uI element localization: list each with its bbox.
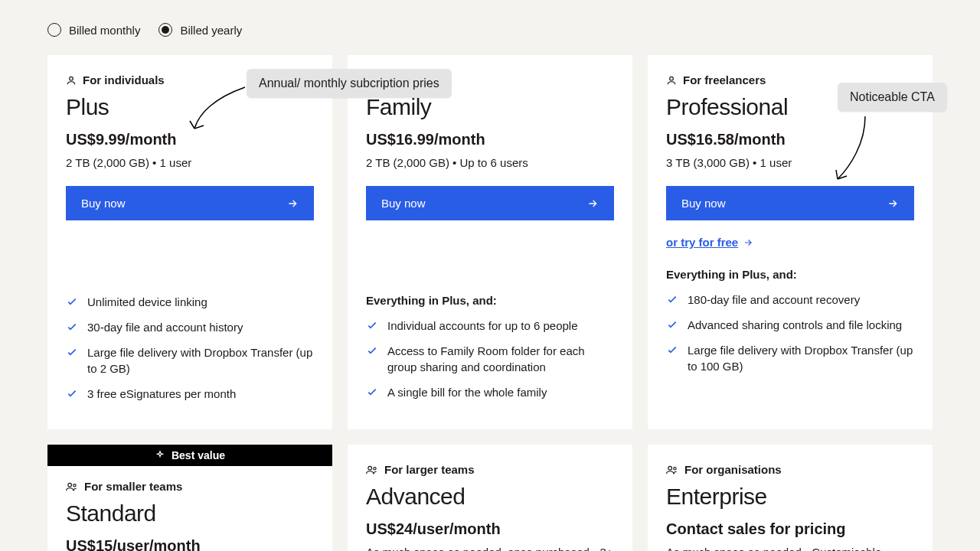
check-icon <box>666 318 678 331</box>
plan-price: US$16.99/month <box>366 131 614 148</box>
best-value-banner: Best value <box>47 445 332 466</box>
buy-now-label: Buy now <box>381 197 426 210</box>
plan-name: Family <box>366 94 614 120</box>
arrow-right-icon <box>586 197 599 210</box>
arrow-right-icon <box>286 197 299 210</box>
plan-card-standard: Best value For smaller teams Standard US… <box>47 445 332 551</box>
feature-text: Advanced sharing controls and file locki… <box>688 317 902 333</box>
plan-features: Everything in Plus, and: 180-day file an… <box>666 268 914 374</box>
person-icon <box>66 75 77 86</box>
plan-features: Everything in Plus, and: Individual acco… <box>366 294 614 400</box>
plan-audience: For smaller teams <box>84 480 182 493</box>
feature-item: 30-day file and account history <box>66 319 314 335</box>
plan-card-enterprise: For organisations Enterprise Contact sal… <box>648 445 933 551</box>
feature-text: 180-day file and account recovery <box>688 292 860 308</box>
plan-storage: As much space as needed, once purchased … <box>366 546 614 551</box>
check-icon <box>666 344 678 356</box>
feature-text: Large file delivery with Dropbox Transfe… <box>688 342 914 374</box>
plan-price: Contact sales for pricing <box>666 520 914 538</box>
svg-point-7 <box>668 466 672 470</box>
buy-now-button[interactable]: Buy now <box>66 186 314 220</box>
feature-text: 3 free eSignatures per month <box>87 386 236 402</box>
people-icon <box>666 465 678 475</box>
check-icon <box>366 319 378 331</box>
svg-point-4 <box>74 484 76 486</box>
people-icon <box>366 465 378 475</box>
features-heading: Everything in Plus, and: <box>366 294 614 307</box>
arrow-right-icon <box>887 197 899 210</box>
check-icon <box>66 295 78 308</box>
arrow-right-icon <box>743 237 753 248</box>
people-icon <box>66 481 78 492</box>
annotation-price: Annual/ monthly subcription pries <box>247 69 452 98</box>
features-heading: Everything in Plus, and: <box>666 268 914 281</box>
plan-name: Standard <box>66 500 314 527</box>
sparkle-icon <box>155 450 165 461</box>
plan-audience: For freelancers <box>683 73 766 86</box>
billing-yearly-option[interactable]: Billed yearly <box>158 23 242 37</box>
svg-point-3 <box>68 483 72 487</box>
person-icon <box>666 75 677 86</box>
plan-card-advanced: For larger teams Advanced US$24/user/mon… <box>348 445 632 551</box>
plan-storage: 2 TB (2,000 GB) • 1 user <box>66 156 314 169</box>
feature-text: Unlimited device linking <box>87 294 207 310</box>
svg-point-2 <box>670 77 674 80</box>
radio-selected-icon <box>158 23 172 37</box>
plan-name: Enterprise <box>666 484 914 510</box>
plan-features: Unlimited device linking 30-day file and… <box>66 294 314 402</box>
feature-text: Large file delivery with Dropbox Transfe… <box>87 344 314 377</box>
try-free-label: or try for free <box>666 236 738 249</box>
billing-monthly-label: Billed monthly <box>69 24 140 37</box>
feature-item: Access to Family Room folder for each gr… <box>366 343 614 375</box>
feature-text: A single bill for the whole family <box>387 384 547 400</box>
feature-item: A single bill for the whole family <box>366 384 614 400</box>
plan-audience: For larger teams <box>384 463 475 476</box>
buy-now-label: Buy now <box>681 197 726 210</box>
check-icon <box>66 346 78 358</box>
plan-storage: As much space as needed • Customisable <box>666 546 914 551</box>
feature-item: 3 free eSignatures per month <box>66 386 314 402</box>
billing-monthly-option[interactable]: Billed monthly <box>47 23 140 37</box>
plan-card-family: For family Family US$16.99/month 2 TB (2… <box>348 55 632 429</box>
check-icon <box>666 293 678 305</box>
buy-now-label: Buy now <box>81 197 126 210</box>
pricing-grid: For individuals Plus US$9.99/month 2 TB … <box>47 55 933 551</box>
plan-storage: 3 TB (3,000 GB) • 1 user <box>666 156 914 169</box>
billing-yearly-label: Billed yearly <box>180 24 242 37</box>
plan-price: US$16.58/month <box>666 131 914 148</box>
check-icon <box>66 321 78 333</box>
feature-item: 180-day file and account recovery <box>666 292 914 308</box>
check-icon <box>66 387 78 399</box>
annotation-cta: Noticeable CTA <box>838 83 947 112</box>
plan-price: US$15/user/month <box>66 537 314 551</box>
check-icon <box>366 344 378 357</box>
try-free-link[interactable]: or try for free <box>666 236 753 249</box>
svg-point-0 <box>70 77 74 80</box>
feature-text: Individual accounts for up to 6 people <box>387 318 578 334</box>
check-icon <box>366 386 378 398</box>
svg-point-8 <box>674 467 676 469</box>
feature-text: 30-day file and account history <box>87 319 243 335</box>
plan-audience: For organisations <box>684 463 782 476</box>
plan-price: US$24/user/month <box>366 520 614 538</box>
buy-now-button[interactable]: Buy now <box>366 186 614 220</box>
plan-audience: For individuals <box>83 73 165 86</box>
plan-storage: 2 TB (2,000 GB) • Up to 6 users <box>366 156 614 169</box>
buy-now-button[interactable]: Buy now <box>666 186 914 220</box>
svg-point-6 <box>374 467 376 469</box>
feature-item: Individual accounts for up to 6 people <box>366 318 614 334</box>
feature-item: Large file delivery with Dropbox Transfe… <box>666 342 914 374</box>
feature-item: Advanced sharing controls and file locki… <box>666 317 914 333</box>
annotation-arrow-icon <box>827 113 873 190</box>
plan-name: Advanced <box>366 484 614 510</box>
feature-text: Access to Family Room folder for each gr… <box>387 343 614 375</box>
best-value-label: Best value <box>172 449 225 461</box>
feature-item: Large file delivery with Dropbox Transfe… <box>66 344 314 377</box>
svg-point-5 <box>368 466 372 470</box>
billing-toggle: Billed monthly Billed yearly <box>47 23 933 37</box>
radio-unselected-icon <box>47 23 61 37</box>
feature-item: Unlimited device linking <box>66 294 314 310</box>
